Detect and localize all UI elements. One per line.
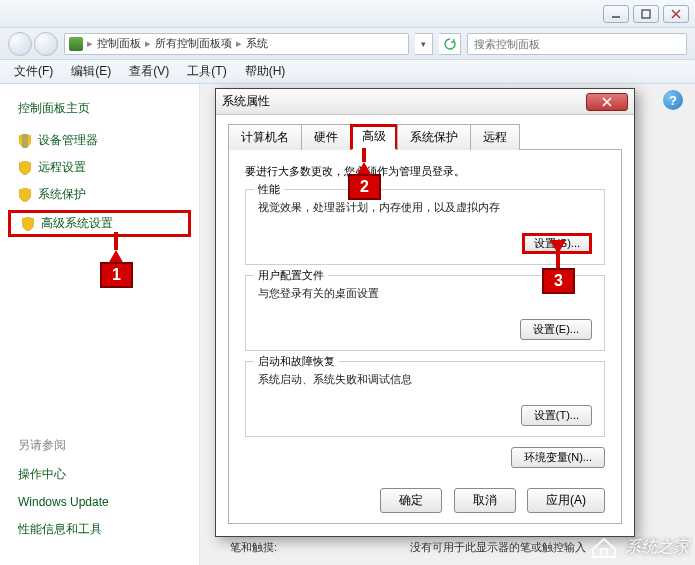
watermark: 系统之家	[589, 535, 689, 559]
dialog-close-button[interactable]	[586, 93, 628, 111]
apply-button[interactable]: 应用(A)	[527, 488, 605, 513]
system-properties-dialog: 系统属性 计算机名 硬件 高级 系统保护 远程 要进行大多数更改，您必须作为管理…	[215, 88, 635, 537]
profile-group: 用户配置文件 与您登录有关的桌面设置 设置(E)...	[245, 275, 605, 351]
environment-variables-button[interactable]: 环境变量(N)...	[511, 447, 605, 468]
svg-rect-1	[642, 10, 650, 18]
startup-title: 启动和故障恢复	[254, 354, 339, 369]
sidebar: 控制面板主页 设备管理器 远程设置 系统保护 高级系统设置 另请参阅 操作中心 …	[0, 84, 200, 565]
back-button[interactable]	[8, 32, 32, 56]
tab-system-protection[interactable]: 系统保护	[397, 124, 471, 150]
sidebar-item-label: 远程设置	[38, 159, 86, 176]
minimize-button[interactable]	[603, 5, 629, 23]
menu-help[interactable]: 帮助(H)	[245, 63, 286, 80]
performance-group: 性能 视觉效果，处理器计划，内存使用，以及虚拟内存 设置(S)...	[245, 189, 605, 265]
tab-advanced[interactable]: 高级	[350, 124, 398, 150]
shield-icon	[18, 161, 32, 175]
forward-button[interactable]	[34, 32, 58, 56]
shield-icon	[18, 134, 32, 148]
seealso-action-center[interactable]: 操作中心	[18, 460, 181, 489]
sidebar-home[interactable]: 控制面板主页	[0, 96, 199, 127]
tab-remote[interactable]: 远程	[470, 124, 520, 150]
dialog-titlebar: 系统属性	[216, 89, 634, 115]
ok-button[interactable]: 确定	[380, 488, 442, 513]
tab-hardware[interactable]: 硬件	[301, 124, 351, 150]
tab-computer-name[interactable]: 计算机名	[228, 124, 302, 150]
shield-icon	[18, 188, 32, 202]
seealso-performance[interactable]: 性能信息和工具	[18, 515, 181, 544]
seealso-title: 另请参阅	[18, 437, 181, 454]
performance-settings-button[interactable]: 设置(S)...	[522, 233, 592, 254]
breadcrumb-seg[interactable]: 控制面板	[93, 36, 145, 51]
cancel-button[interactable]: 取消	[454, 488, 516, 513]
startup-desc: 系统启动、系统失败和调试信息	[258, 372, 592, 387]
performance-title: 性能	[254, 182, 284, 197]
sidebar-item-label: 高级系统设置	[41, 215, 113, 232]
profile-title: 用户配置文件	[254, 268, 328, 283]
address-bar: ▸ 控制面板▸ 所有控制面板项▸ 系统 ▾	[0, 28, 695, 60]
refresh-button[interactable]	[439, 33, 461, 55]
menu-view[interactable]: 查看(V)	[129, 63, 169, 80]
seealso-windows-update[interactable]: Windows Update	[18, 489, 181, 515]
svg-rect-6	[601, 549, 607, 557]
breadcrumb[interactable]: ▸ 控制面板▸ 所有控制面板项▸ 系统	[64, 33, 409, 55]
pen-value: 没有可用于此显示器的笔或触控输入	[410, 539, 586, 556]
menu-edit[interactable]: 编辑(E)	[71, 63, 111, 80]
breadcrumb-seg[interactable]: 所有控制面板项	[151, 36, 236, 51]
startup-group: 启动和故障恢复 系统启动、系统失败和调试信息 设置(T)...	[245, 361, 605, 437]
help-icon[interactable]: ?	[663, 90, 683, 110]
admin-notice: 要进行大多数更改，您必须作为管理员登录。	[245, 164, 605, 179]
profile-settings-button[interactable]: 设置(E)...	[520, 319, 592, 340]
breadcrumb-dropdown[interactable]: ▾	[415, 33, 433, 55]
dialog-tabs: 计算机名 硬件 高级 系统保护 远程	[228, 123, 622, 150]
sidebar-item-label: 系统保护	[38, 186, 86, 203]
house-icon	[589, 535, 619, 559]
sidebar-item-advanced[interactable]: 高级系统设置	[8, 210, 191, 237]
startup-settings-button[interactable]: 设置(T)...	[521, 405, 592, 426]
profile-desc: 与您登录有关的桌面设置	[258, 286, 592, 301]
close-window-button[interactable]	[663, 5, 689, 23]
sidebar-item-device-manager[interactable]: 设备管理器	[0, 127, 199, 154]
sidebar-item-label: 设备管理器	[38, 132, 98, 149]
menu-file[interactable]: 文件(F)	[14, 63, 53, 80]
menu-tools[interactable]: 工具(T)	[187, 63, 226, 80]
sidebar-item-protection[interactable]: 系统保护	[0, 181, 199, 208]
sidebar-item-remote[interactable]: 远程设置	[0, 154, 199, 181]
maximize-button[interactable]	[633, 5, 659, 23]
pen-label: 笔和触摸:	[230, 540, 277, 555]
menu-bar: 文件(F) 编辑(E) 查看(V) 工具(T) 帮助(H)	[0, 60, 695, 84]
search-input[interactable]	[467, 33, 687, 55]
control-panel-icon	[69, 37, 83, 51]
shield-icon	[21, 217, 35, 231]
breadcrumb-seg[interactable]: 系统	[242, 36, 272, 51]
performance-desc: 视觉效果，处理器计划，内存使用，以及虚拟内存	[258, 200, 592, 215]
dialog-title: 系统属性	[222, 93, 270, 110]
window-titlebar	[0, 0, 695, 28]
